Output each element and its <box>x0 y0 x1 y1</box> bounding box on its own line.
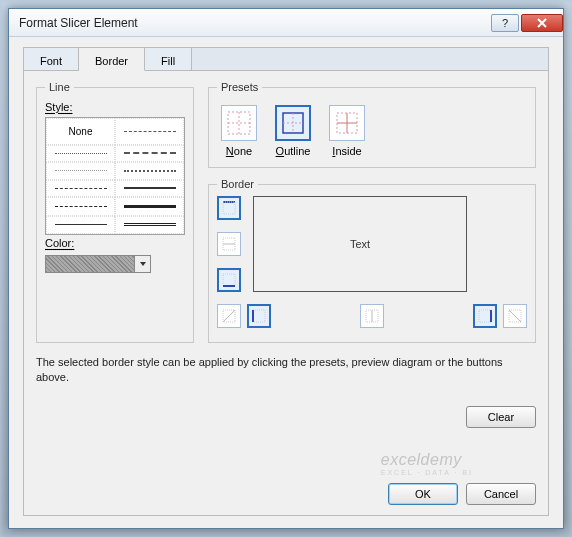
style-dotted[interactable] <box>46 145 115 163</box>
preset-inside-icon <box>334 110 360 136</box>
format-slicer-dialog: Format Slicer Element ? Font Border Fill… <box>8 8 564 529</box>
svg-rect-10 <box>223 202 235 214</box>
hint-text: The selected border style can be applied… <box>36 355 536 386</box>
border-diag-down-icon <box>507 308 523 324</box>
border-left-button[interactable] <box>247 304 271 328</box>
border-vertical-button[interactable] <box>360 304 384 328</box>
border-left-icon <box>251 308 267 324</box>
border-horizontal-button[interactable] <box>217 232 241 256</box>
close-button[interactable] <box>521 14 563 32</box>
border-legend: Border <box>217 178 258 190</box>
cancel-button[interactable]: Cancel <box>466 483 536 505</box>
preset-none-label: None <box>226 145 252 157</box>
close-icon <box>537 18 547 28</box>
preset-none-button[interactable] <box>221 105 257 141</box>
style-dash-dot-dot[interactable] <box>115 162 184 180</box>
preset-inside-label: Inside <box>332 145 361 157</box>
help-button[interactable]: ? <box>491 14 519 32</box>
border-color-dropdown[interactable] <box>135 255 151 273</box>
border-right-button[interactable] <box>473 304 497 328</box>
style-medium-dash-dot[interactable] <box>115 145 184 163</box>
line-legend: Line <box>45 81 74 93</box>
border-right-icon <box>477 308 493 324</box>
preset-inside-button[interactable] <box>329 105 365 141</box>
clear-button[interactable]: Clear <box>466 406 536 428</box>
border-diag-down-button[interactable] <box>503 304 527 328</box>
svg-rect-0 <box>228 112 250 134</box>
style-medium[interactable] <box>115 180 184 198</box>
style-dash-dot-thin[interactable] <box>115 118 184 145</box>
chevron-down-icon <box>139 260 147 268</box>
color-label: Color: <box>45 237 185 249</box>
border-horizontal-icon <box>221 236 237 252</box>
tab-fill[interactable]: Fill <box>145 48 192 70</box>
presets-legend: Presets <box>217 81 262 93</box>
style-thick[interactable] <box>115 197 184 216</box>
border-style-list[interactable]: None <box>45 117 185 235</box>
tab-strip: Font Border Fill <box>23 47 549 71</box>
border-diag-up-button[interactable] <box>217 304 241 328</box>
presets-group: Presets None <box>208 81 536 168</box>
style-dashed[interactable] <box>46 180 115 198</box>
titlebar: Format Slicer Element ? <box>9 9 563 37</box>
border-diag-up-icon <box>221 308 237 324</box>
border-top-button[interactable] <box>217 196 241 220</box>
preset-outline-button[interactable] <box>275 105 311 141</box>
border-preview[interactable]: Text <box>253 196 467 292</box>
svg-rect-13 <box>223 274 235 286</box>
border-vertical-icon <box>364 308 380 324</box>
style-dash-long[interactable] <box>46 197 115 216</box>
preset-none-icon <box>226 110 252 136</box>
dialog-title: Format Slicer Element <box>19 16 138 30</box>
tab-font[interactable]: Font <box>24 48 79 70</box>
style-label: Style: <box>45 101 185 113</box>
border-color-swatch[interactable] <box>45 255 135 273</box>
tab-border[interactable]: Border <box>79 48 145 71</box>
preset-outline-icon <box>280 110 306 136</box>
svg-line-16 <box>223 310 235 322</box>
border-panel: Line Style: None <box>23 71 549 516</box>
ok-button[interactable]: OK <box>388 483 458 505</box>
svg-rect-21 <box>479 310 491 322</box>
svg-line-24 <box>509 310 521 322</box>
style-none[interactable]: None <box>46 118 115 145</box>
style-thin[interactable] <box>46 216 115 235</box>
style-double[interactable] <box>115 216 184 235</box>
border-bottom-button[interactable] <box>217 268 241 292</box>
svg-rect-17 <box>253 310 265 322</box>
style-fine-dots[interactable] <box>46 162 115 180</box>
border-group: Border Text <box>208 178 536 343</box>
border-top-icon <box>221 200 237 216</box>
line-group: Line Style: None <box>36 81 194 343</box>
preview-text: Text <box>350 238 370 250</box>
border-bottom-icon <box>221 272 237 288</box>
preset-outline-label: Outline <box>276 145 311 157</box>
